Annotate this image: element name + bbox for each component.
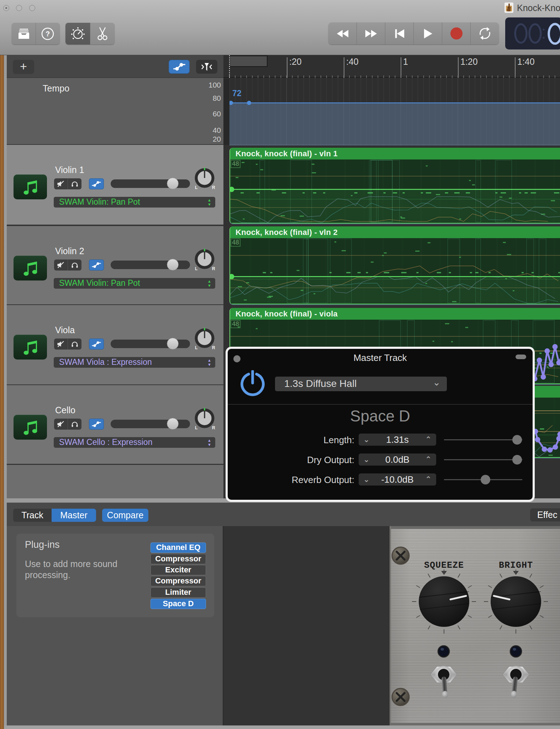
svg-text:?: ? [46,30,50,38]
svg-text:L: L [195,266,197,271]
svg-text:L: L [195,185,197,190]
svg-text:SQUEEZE: SQUEEZE [424,560,464,571]
svg-text:R: R [212,345,215,350]
svg-text:L: L [195,345,197,350]
svg-text:R: R [212,425,215,430]
svg-text:R: R [212,185,215,190]
svg-text:L: L [195,425,197,430]
svg-text:BRIGHT: BRIGHT [499,560,533,571]
svg-text:R: R [212,266,215,271]
